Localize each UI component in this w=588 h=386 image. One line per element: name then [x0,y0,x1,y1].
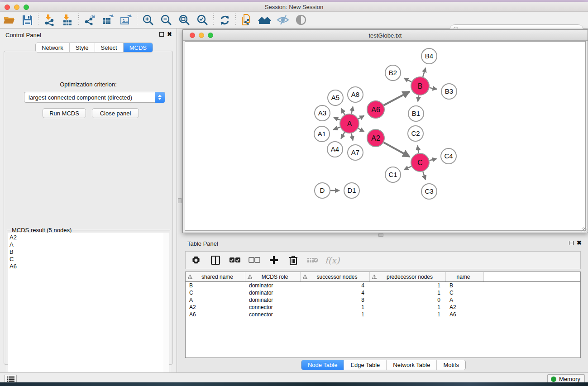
tab-style[interactable]: Style [70,43,95,52]
graph-node-A8[interactable]: A8 [348,87,363,102]
mcds-result-item[interactable]: A6 [10,263,163,270]
float-panel-icon[interactable] [159,32,164,37]
graph-edge-C-C1[interactable] [404,167,411,170]
delete-column-button[interactable] [287,254,299,266]
graph-node-B2[interactable]: B2 [385,65,401,81]
table-cell[interactable]: 4 [301,289,370,296]
run-mcds-button[interactable]: Run MCDS [43,108,86,118]
mcds-result-item[interactable]: C [10,256,163,263]
graph-node-C2[interactable]: C2 [408,126,423,141]
table-cell[interactable]: C [186,289,245,296]
export-image-button[interactable] [117,13,135,27]
table-cell[interactable]: A6 [446,311,484,318]
graph-edge-B-B4[interactable] [423,68,425,77]
tab-node-table[interactable]: Node Table [301,360,344,370]
table-cell[interactable]: A6 [186,311,245,318]
tab-edge-table[interactable]: Edge Table [344,360,387,370]
table-cell[interactable]: B [446,282,484,289]
graph-node-B3[interactable]: B3 [441,84,457,99]
table-cell[interactable]: A2 [446,304,484,311]
table-cell[interactable]: B [186,282,245,289]
graph-node-D[interactable]: D [315,183,330,198]
add-column-button[interactable] [268,254,280,266]
close-panel-button[interactable]: Close panel [92,108,139,118]
table-cell[interactable]: dominator [245,289,301,296]
delete-table-button[interactable] [307,254,319,266]
table-row[interactable]: A2connector11A2 [186,304,580,311]
gear-button[interactable] [190,254,202,266]
graph-edge-A-A2[interactable] [358,129,364,132]
column-header[interactable]: MCDS role [245,272,301,281]
table-cell[interactable]: 1 [370,311,446,318]
table-cell[interactable]: 1 [370,289,446,296]
graph-edge-B-B2[interactable] [404,78,411,82]
export-table-button[interactable] [99,13,117,27]
float-panel-icon[interactable] [569,241,574,245]
graph-edge-B-B1[interactable] [418,95,419,102]
graph-edge-B-B3[interactable] [430,88,437,89]
table-cell[interactable]: connector [245,311,301,318]
mcds-result-item[interactable]: A [10,241,163,248]
close-panel-icon[interactable]: ✖ [577,239,582,246]
graph-node-C3[interactable]: C3 [421,184,437,199]
graph-node-A2[interactable]: A2 [367,129,384,147]
tab-select[interactable]: Select [95,43,124,52]
graph-node-C4[interactable]: C4 [441,148,456,164]
table-row[interactable]: Adominator80A [186,296,580,304]
home-layout-button[interactable] [256,13,274,27]
vertical-splitter-handle[interactable] [178,198,182,203]
deselect-all-button[interactable] [249,254,260,266]
network-canvas[interactable]: B4B2BB3A8A5A6A3B1AC2A1A2A4A7C4CC1C3DD1 [185,41,586,231]
table-cell[interactable]: 1 [370,282,446,289]
table-cell[interactable]: dominator [245,282,301,289]
horizontal-splitter-handle[interactable] [378,234,383,237]
tab-mcds[interactable]: MCDS [124,43,153,52]
open-session-button[interactable] [0,13,18,27]
graph-node-C1[interactable]: C1 [385,167,401,182]
save-session-button[interactable] [18,13,36,27]
graph-edge-A-A1[interactable] [333,127,340,130]
hide-selected-button[interactable] [274,13,292,27]
table-cell[interactable]: 1 [301,311,370,318]
graph-edge-C-C3[interactable] [423,172,425,180]
table-cell[interactable]: 4 [301,282,370,289]
table-cell[interactable]: connector [245,304,301,311]
mcds-result-item[interactable]: B [10,248,163,256]
graph-node-B4[interactable]: B4 [421,48,437,64]
table-cell[interactable]: A [446,296,484,304]
table-row[interactable]: A6connector11A6 [186,311,580,318]
mcds-result-list[interactable]: A2ABCA6 [8,233,164,381]
graph-node-B[interactable]: B [411,77,429,95]
graph-node-A6[interactable]: A6 [367,101,384,118]
graph-node-A4[interactable]: A4 [327,142,343,157]
table-cell[interactable]: 1 [301,304,370,311]
tab-network-table[interactable]: Network Table [387,360,437,370]
refresh-button[interactable] [215,13,234,27]
graph-node-A3[interactable]: A3 [315,105,330,121]
graph-edge-A-A7[interactable] [351,133,353,141]
graph-edge-A2-C[interactable] [384,143,410,157]
column-header[interactable]: name [446,272,484,281]
column-header[interactable]: shared name [186,272,245,281]
table-cell[interactable]: A2 [186,304,245,311]
mcds-list-scrollbar[interactable] [163,233,169,381]
window-resize-grip[interactable] [582,227,587,232]
import-table-button[interactable] [58,13,76,27]
close-panel-icon[interactable]: ✖ [167,31,172,38]
graph-node-D1[interactable]: D1 [344,183,359,198]
table-cell[interactable]: 8 [301,296,370,304]
table-row[interactable]: Cdominator41C [186,289,580,296]
tab-network[interactable]: Network [36,43,70,52]
zoom-selected-button[interactable] [193,13,211,27]
graph-edge-A6-B[interactable] [384,91,410,105]
graph-edge-A-A5[interactable] [341,109,345,115]
graph-node-B1[interactable]: B1 [408,106,424,121]
table-cell[interactable]: A [186,296,245,304]
node-table[interactable]: shared nameMCDS rolesuccessor nodesprede… [185,272,581,358]
graph-node-A5[interactable]: A5 [328,90,343,105]
tab-motifs[interactable]: Motifs [437,360,465,370]
optimization-criterion-dropdown[interactable]: largest connected component (directed) [24,92,165,103]
graph-node-A[interactable]: A [340,114,359,133]
graph-edge-A-A8[interactable] [351,106,353,114]
graph-edge-A-A4[interactable] [341,132,344,138]
